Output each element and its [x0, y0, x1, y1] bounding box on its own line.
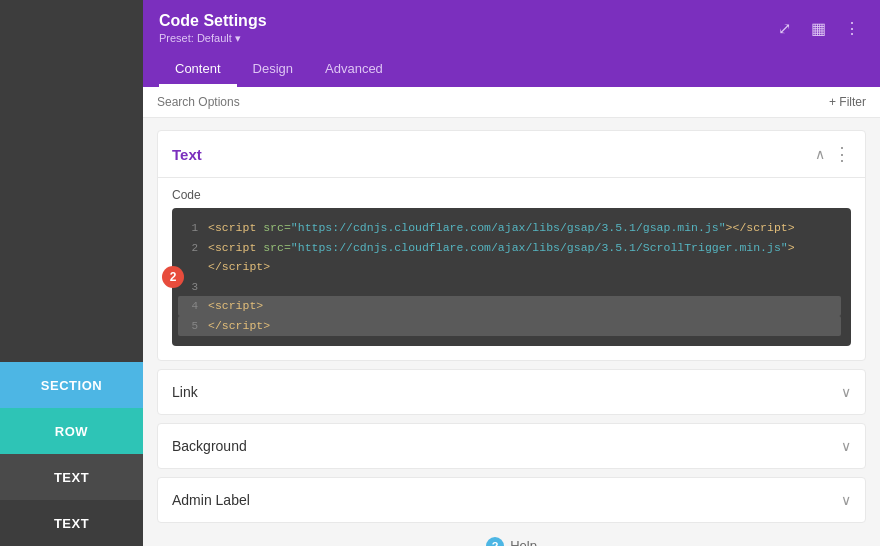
search-bar: + Filter: [143, 87, 880, 118]
code-line-5: 5 </script>: [178, 316, 841, 336]
code-line-2: 2 <script src="https://cdnjs.cloudflare.…: [178, 238, 841, 277]
error-badge: 2: [162, 266, 184, 288]
search-input[interactable]: [157, 95, 829, 109]
help-label: Help: [510, 538, 537, 546]
admin-label-title: Admin Label: [172, 492, 250, 508]
code-editor-wrapper: 2 1 <script src="https://cdnjs.cloudflar…: [172, 208, 851, 346]
sidebar-label-text-2: Text: [54, 516, 89, 531]
tab-advanced[interactable]: Advanced: [309, 53, 399, 87]
panel-preset[interactable]: Preset: Default ▾: [159, 32, 267, 45]
section-header: Text ∧ ⋮: [158, 131, 865, 178]
sidebar-label-text-1: Text: [54, 470, 89, 485]
text-section-block: Text ∧ ⋮ Code 2 1 <script src="https://c…: [157, 130, 866, 361]
panel-title-group: Code Settings Preset: Default ▾: [159, 12, 267, 45]
help-icon[interactable]: ?: [486, 537, 504, 546]
section-title: Text: [172, 146, 202, 163]
sidebar-item-text-1[interactable]: Text: [0, 454, 143, 500]
panel-tabs: Content Design Advanced: [159, 53, 864, 87]
code-line-4: 4 <script>: [178, 296, 841, 316]
expand-icon[interactable]: ⤢: [772, 17, 796, 41]
tab-design[interactable]: Design: [237, 53, 309, 87]
panel-header: Code Settings Preset: Default ▾ ⤢ ▦ ⋮ Co…: [143, 0, 880, 87]
admin-label-chevron: ∨: [841, 492, 851, 508]
admin-label-section[interactable]: Admin Label ∨: [157, 477, 866, 523]
link-chevron: ∨: [841, 384, 851, 400]
code-line-1: 1 <script src="https://cdnjs.cloudflare.…: [178, 218, 841, 238]
link-title: Link: [172, 384, 198, 400]
more-options-icon[interactable]: ⋮: [833, 143, 851, 165]
background-chevron: ∨: [841, 438, 851, 454]
header-icons: ⤢ ▦ ⋮: [772, 17, 864, 41]
layout-icon[interactable]: ▦: [806, 17, 830, 41]
help-row: ? Help: [143, 523, 880, 546]
filter-button[interactable]: + Filter: [829, 95, 866, 109]
tab-content[interactable]: Content: [159, 53, 237, 87]
code-label: Code: [172, 188, 851, 202]
code-editor[interactable]: 1 <script src="https://cdnjs.cloudflare.…: [172, 208, 851, 346]
code-container: Code 2 1 <script src="https://cdnjs.clou…: [158, 178, 865, 360]
background-title: Background: [172, 438, 247, 454]
sidebar-bottom: Section Row Text Text: [0, 362, 143, 546]
sidebar: Section Row Text Text: [0, 0, 143, 546]
sidebar-item-section[interactable]: Section: [0, 362, 143, 408]
panel-title: Code Settings: [159, 12, 267, 30]
main-panel: Code Settings Preset: Default ▾ ⤢ ▦ ⋮ Co…: [143, 0, 880, 546]
panel-header-top: Code Settings Preset: Default ▾ ⤢ ▦ ⋮: [159, 12, 864, 45]
section-actions: ∧ ⋮: [815, 143, 851, 165]
sidebar-label-row: Row: [55, 424, 88, 439]
sidebar-item-row[interactable]: Row: [0, 408, 143, 454]
code-line-3: 3: [178, 277, 841, 297]
collapse-icon[interactable]: ∧: [815, 146, 825, 162]
sidebar-label-section: Section: [41, 378, 102, 393]
background-section[interactable]: Background ∨: [157, 423, 866, 469]
sidebar-item-text-2[interactable]: Text: [0, 500, 143, 546]
link-section[interactable]: Link ∨: [157, 369, 866, 415]
more-icon[interactable]: ⋮: [840, 17, 864, 41]
content-area: Text ∧ ⋮ Code 2 1 <script src="https://c…: [143, 118, 880, 546]
